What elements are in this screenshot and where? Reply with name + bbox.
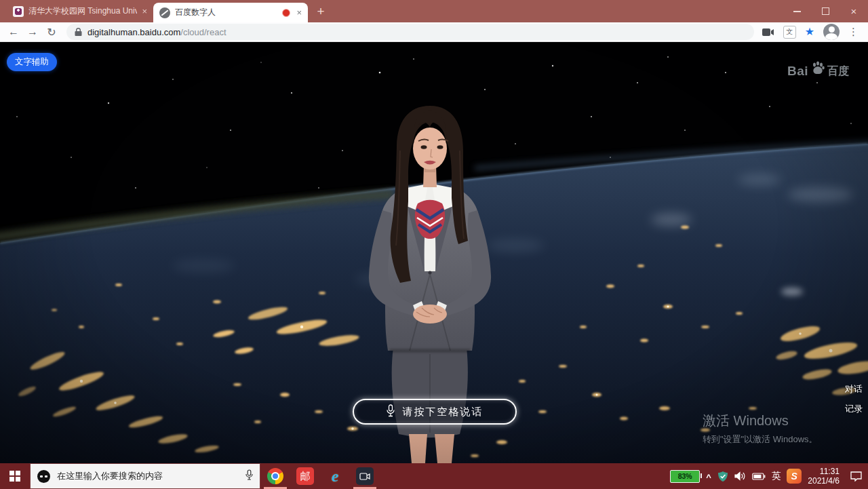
search-mic-icon <box>245 469 253 484</box>
press-space-to-talk-button[interactable]: 请按下空格说话 <box>353 399 517 425</box>
input-method-indicator[interactable]: 英 <box>772 470 781 482</box>
window-close-button[interactable]: × <box>840 0 868 22</box>
taskbar-search-box[interactable]: 在这里输入你要搜索的内容 <box>30 463 260 489</box>
chrome-icon <box>267 468 283 484</box>
search-placeholder-text: 在这里输入你要搜索的内容 <box>57 470 239 482</box>
taskbar-internet-explorer[interactable]: e <box>320 463 350 489</box>
url-host: digitalhuman.baidu.com <box>87 27 180 37</box>
microphone-icon <box>387 404 395 420</box>
baidu-logo: Bai 百度 <box>787 60 849 79</box>
side-menu: 对话 记录 <box>845 383 863 423</box>
baidu-logo-bai: Bai <box>787 64 808 79</box>
bookmark-star-icon[interactable]: ★ <box>805 26 814 37</box>
recording-indicator-dot <box>282 9 290 17</box>
url-text: digitalhuman.baidu.com/cloud/react <box>87 27 226 37</box>
default-favicon <box>159 7 170 18</box>
taskbar-clock[interactable]: 11:31 2021/4/6 <box>808 467 840 486</box>
battery-percent-indicator: 83% <box>670 470 700 483</box>
reload-button[interactable]: ↻ <box>42 23 61 41</box>
windows-taskbar: 在这里输入你要搜索的内容 邮 e <box>0 463 868 489</box>
browser-menu-icon[interactable]: ⋮ <box>848 26 859 38</box>
url-path: /cloud/react <box>180 27 226 37</box>
baidu-logo-du: 百度 <box>827 64 849 79</box>
taskbar-mail[interactable]: 邮 <box>290 463 320 489</box>
system-tray: 83% ^ 英 S 11:31 2021/4/6 <box>670 467 868 486</box>
tab-baidu-digital-human[interactable]: 百度数字人 × <box>153 3 308 22</box>
translate-extension-icon[interactable]: 文 <box>783 26 796 39</box>
screen: 清华大学校园网 Tsinghua Unive × 百度数字人 × + × ← →… <box>0 0 868 489</box>
clock-time: 11:31 <box>808 467 840 476</box>
screen-record-extension-icon[interactable] <box>762 28 774 37</box>
restore-button[interactable] <box>811 0 840 22</box>
text-assist-button[interactable]: 文字辅助 <box>7 53 57 71</box>
volume-icon[interactable] <box>734 471 746 481</box>
search-assistant-icon <box>37 470 50 483</box>
toolbar-right: 文 ★ ⋮ <box>762 24 859 40</box>
tab-close-icon[interactable]: × <box>142 7 147 16</box>
baidu-paw-icon <box>810 60 826 79</box>
battery-tray-icon[interactable] <box>752 473 766 480</box>
start-button[interactable] <box>0 463 30 489</box>
mic-button-label: 请按下空格说话 <box>403 406 484 418</box>
mail-app-icon: 邮 <box>296 467 314 485</box>
tab-title: 清华大学校园网 Tsinghua Unive <box>28 5 137 17</box>
profile-avatar[interactable] <box>823 24 840 40</box>
dialog-tab[interactable]: 对话 <box>845 383 863 395</box>
minimize-button[interactable] <box>783 0 811 22</box>
digital-human-page: 文字辅助 Bai 百度 请按下空格说话 对话 <box>0 42 868 463</box>
browser-toolbar: ← → ↻ digitalhuman.baidu.com/cloud/react… <box>0 22 868 42</box>
tab-tsinghua[interactable]: 清华大学校园网 Tsinghua Unive × <box>7 0 153 22</box>
windows-logo-icon <box>9 471 20 482</box>
defender-shield-icon[interactable] <box>717 471 728 482</box>
taskbar-chrome[interactable] <box>260 463 290 489</box>
action-center-icon[interactable] <box>850 471 863 482</box>
tab-close-icon[interactable]: × <box>296 8 302 17</box>
taskbar-camera-app[interactable] <box>350 463 380 489</box>
tsinghua-favicon <box>13 6 24 17</box>
tab-title: 百度数字人 <box>175 7 277 18</box>
back-button[interactable]: ← <box>4 23 23 41</box>
window-controls: × <box>783 0 868 22</box>
record-tab[interactable]: 记录 <box>845 403 863 415</box>
browser-titlebar: 清华大学校园网 Tsinghua Unive × 百度数字人 × + × <box>0 0 868 22</box>
camera-app-icon <box>356 467 374 485</box>
ie-icon: e <box>332 468 339 484</box>
clock-date: 2021/4/6 <box>808 476 840 486</box>
address-bar[interactable]: digitalhuman.baidu.com/cloud/react <box>66 24 754 40</box>
sogou-input-icon[interactable]: S <box>787 469 802 484</box>
lock-icon <box>75 28 82 37</box>
tray-expand-chevron[interactable]: ^ <box>706 472 711 482</box>
new-tab-button[interactable]: + <box>311 1 331 22</box>
forward-button[interactable]: → <box>23 23 42 41</box>
